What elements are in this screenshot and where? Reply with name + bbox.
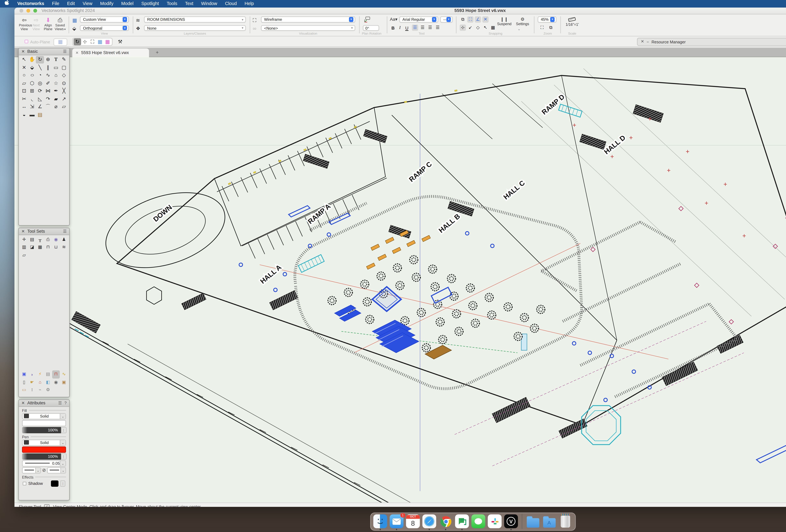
stage-light-tool-icon[interactable]: ◗ [28,370,36,378]
close-icon[interactable]: ✕ [21,400,25,405]
view-mode-select[interactable]: Custom View▾ [80,16,129,22]
chamfer-tool-icon[interactable]: ◺ [36,95,44,103]
line-weight-select[interactable]: 0.05⌄ [22,460,66,466]
stake-tool-icon[interactable]: ▬ [28,111,36,118]
menu-item-tools[interactable]: Tools [163,1,181,6]
align-justify-button[interactable]: ☰ [435,25,441,31]
flyover-plane-mode-button[interactable]: ▦ [96,38,104,45]
mirror-tool-icon[interactable]: ⋈ [44,87,52,95]
text-tool-icon[interactable]: T [52,56,60,64]
bolt-tool-icon[interactable]: ⌁ [36,386,44,394]
camera-tool-icon[interactable]: ◉ [52,378,60,386]
menu-item-window[interactable]: Window [197,1,221,6]
diagonal-dimension-tool-icon[interactable]: ⇲ [28,103,36,111]
fit-to-page-button[interactable]: ⧉ [548,25,554,31]
zoom-level-select[interactable]: 45%▾ [538,16,556,22]
crate-tool-icon[interactable]: ▣ [60,378,68,386]
snap-object-button[interactable]: ⛶ [467,16,473,22]
align-plane-button[interactable]: ⬇Align Plane [43,17,53,31]
menu-item-spotlight[interactable]: Spotlight [137,1,163,6]
tape-measure-tool-icon[interactable]: ▱ [60,103,68,111]
pipe-and-drape-tool-icon[interactable]: ▦ [36,244,44,251]
dock-mail-icon[interactable]: 1 [390,514,403,528]
fit-to-objects-button[interactable]: ⛶ [539,25,545,31]
angle-dimension-tool-icon[interactable]: ∠ [36,103,44,111]
move-tool-icon[interactable]: ⊡ [20,87,28,95]
angled-table-tool-icon[interactable]: ▱ [20,251,28,259]
callout-tool-icon[interactable]: ✎ [60,56,68,64]
opacity-options-icon[interactable]: ⋮ [61,427,66,433]
stage-curtain-tool-icon[interactable]: ⊓ [52,370,60,378]
ruler-tool-icon[interactable]: ▭ [20,386,28,394]
projection-select[interactable]: Orthogonal▾ [80,25,129,31]
push-pull-tool-icon[interactable]: ⬙ [28,64,36,71]
rounded-rectangle-tool-icon[interactable]: ▢ [60,64,68,71]
pan-tool-icon[interactable]: ✋ [28,56,36,64]
dock-vectorworks-icon[interactable]: V [504,514,518,528]
palette-menu-icon[interactable]: ☰ [63,229,67,234]
line-style-select[interactable]: ⌄ [22,467,41,473]
pen-opacity-bar[interactable]: 100%⋮ [22,453,66,459]
dock-google-chat-icon[interactable] [455,514,469,528]
polygon-tool-icon[interactable]: ⌂ [52,71,60,79]
unlink-markers-icon[interactable]: ⊘ [42,467,46,472]
tool-preferences-icon[interactable]: ⚒ [116,38,124,45]
attributes-header[interactable]: ✕Attributes☰? [19,400,69,407]
active-layer-select[interactable]: ROOM DIMENSIONS▾ [144,16,246,22]
snap-angle-button[interactable]: ∠ [475,16,481,22]
bold-button[interactable]: B [390,25,396,31]
close-icon[interactable]: ✕ [641,39,644,44]
cable-tool-icon[interactable]: ∿ [60,370,68,378]
seating-row-tool-icon[interactable]: ▥ [20,244,28,251]
shadow-options-icon[interactable]: ⋮ [60,480,65,486]
italic-button[interactable]: I [397,25,403,31]
dock-applications-folder-icon[interactable]: A [542,514,556,528]
seating-section-tool-icon[interactable]: ◪ [28,244,36,251]
wand-tool-icon[interactable]: ☆ [52,79,60,87]
menu-item-vectorworks[interactable]: Vectorworks [14,1,48,6]
drawing-canvas[interactable]: DOWN HALL A RAMP A HALL B RAMP C HALL C … [15,57,786,502]
menu-item-edit[interactable]: Edit [63,1,79,6]
diameter-dimension-tool-icon[interactable]: ⌀ [52,103,60,111]
clip-tool-icon[interactable]: ╳ [60,87,68,95]
house-rigging-tool-icon[interactable]: ⌂ [36,378,44,386]
new-tab-button[interactable]: + [153,47,162,57]
snap-smart-edge-button[interactable]: ↙ [467,25,473,31]
dock-calendar-icon[interactable]: OCT8 [406,514,420,528]
pen-color-bar[interactable] [22,446,66,453]
ramp-tool-icon[interactable]: ≋ [60,244,68,251]
delete-tool-icon[interactable]: ✕ [20,64,28,71]
dock-downloads-folder-icon[interactable] [526,514,540,528]
palette-menu-icon[interactable]: ☰ [58,400,62,405]
attribute-brush-tool-icon[interactable]: ✒ [52,87,60,95]
trim-tool-icon[interactable]: ✂ [20,95,28,103]
ellipse-tool-icon[interactable]: ○ [27,71,38,79]
gears-tool-icon[interactable]: ⚙ [44,386,52,394]
lighting-device-tool-icon[interactable]: ✛ [20,235,28,244]
dock-slack-icon[interactable] [488,514,502,528]
apple-menu-icon[interactable] [0,0,14,7]
snap-tangent-button[interactable]: ◇ [475,25,481,31]
flyover-tool-icon[interactable]: ↻ [36,56,44,64]
barricade-tool-icon[interactable]: ▤ [28,235,36,244]
flyover-interactive-mode-button[interactable]: ↻ [74,38,81,45]
align-center-button[interactable]: ☰ [419,25,426,31]
arc-dimension-tool-icon[interactable]: ⌒ [44,103,52,111]
dock-safari-icon[interactable] [422,514,436,528]
close-icon[interactable]: ✕ [21,229,25,234]
font-size-select[interactable]: ---▾ [440,16,453,22]
chevron-down-icon[interactable]: ⌄ [517,27,521,30]
plan-rotation-input[interactable] [363,25,379,31]
dock-messages-icon[interactable] [471,514,485,528]
spiral-tool-icon[interactable]: ◎ [36,79,44,87]
zoom-window-button[interactable] [33,8,37,12]
menu-item-modify[interactable]: Modify [96,1,117,6]
saved-views-button[interactable]: ⎙Saved Views▼ [55,17,65,31]
menu-item-file[interactable]: File [48,1,63,6]
freehand-tool-icon[interactable]: ∿ [44,71,52,79]
rotate-tool-icon[interactable]: ⟳ [36,87,44,95]
menu-item-cloud[interactable]: Cloud [221,1,241,6]
fill-color-bar[interactable] [22,420,66,426]
resource-manager-bar[interactable]: ✕ − Resource Manager ? [637,38,786,46]
attribute-mapping-tool-icon[interactable]: ▤ [36,111,44,118]
